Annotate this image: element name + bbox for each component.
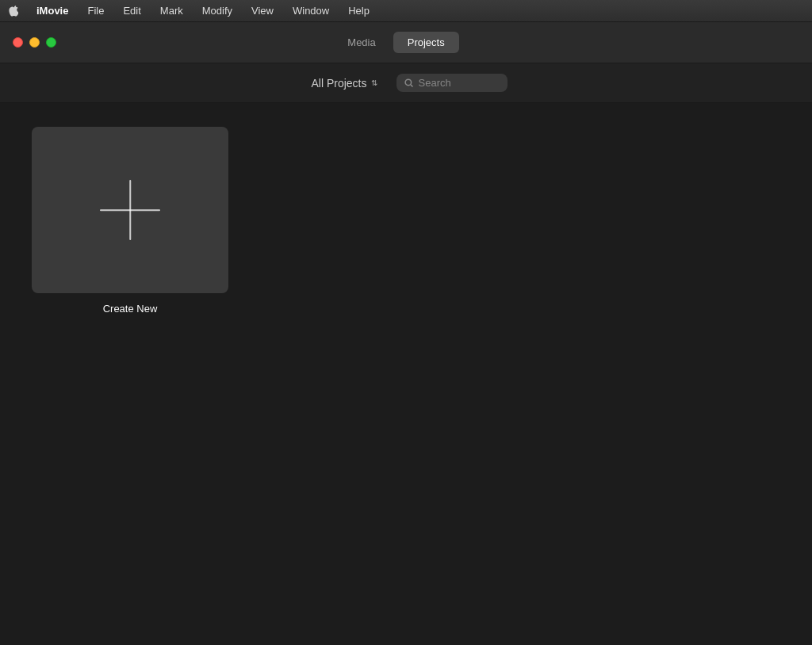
plus-icon	[110, 190, 150, 230]
menubar: iMovie File Edit Mark Modify View Window…	[0, 0, 812, 22]
titlebar-tabs: Media Projects	[333, 32, 458, 53]
search-input[interactable]	[419, 77, 500, 89]
titlebar: Media Projects	[0, 22, 812, 63]
tab-media[interactable]: Media	[333, 32, 389, 53]
menubar-item-help[interactable]: Help	[345, 3, 373, 18]
all-projects-label: All Projects	[311, 77, 366, 90]
search-bar[interactable]	[396, 74, 508, 92]
toolbar: All Projects ⇅	[0, 63, 812, 103]
menubar-item-imovie[interactable]: iMovie	[33, 3, 71, 18]
main-content: Create New	[0, 103, 812, 645]
maximize-button[interactable]	[46, 37, 56, 48]
project-grid: Create New	[32, 127, 780, 315]
all-projects-button[interactable]: All Projects ⇅	[304, 74, 383, 93]
svg-point-0	[405, 79, 412, 86]
window-controls	[13, 37, 56, 48]
create-new-label: Create New	[103, 303, 158, 315]
menubar-item-window[interactable]: Window	[289, 3, 332, 18]
menubar-item-mark[interactable]: Mark	[157, 3, 186, 18]
tab-projects[interactable]: Projects	[393, 32, 459, 53]
apple-menu-icon[interactable]	[8, 5, 21, 17]
menubar-item-modify[interactable]: Modify	[199, 3, 236, 18]
svg-line-1	[410, 84, 412, 86]
menubar-item-view[interactable]: View	[248, 3, 277, 18]
chevron-updown-icon: ⇅	[371, 78, 377, 87]
close-button[interactable]	[13, 37, 23, 48]
create-new-thumbnail[interactable]	[32, 127, 228, 293]
menubar-item-file[interactable]: File	[84, 3, 107, 18]
menubar-item-edit[interactable]: Edit	[120, 3, 144, 18]
search-icon	[404, 78, 414, 88]
create-new-card[interactable]: Create New	[32, 127, 228, 315]
minimize-button[interactable]	[29, 37, 40, 48]
